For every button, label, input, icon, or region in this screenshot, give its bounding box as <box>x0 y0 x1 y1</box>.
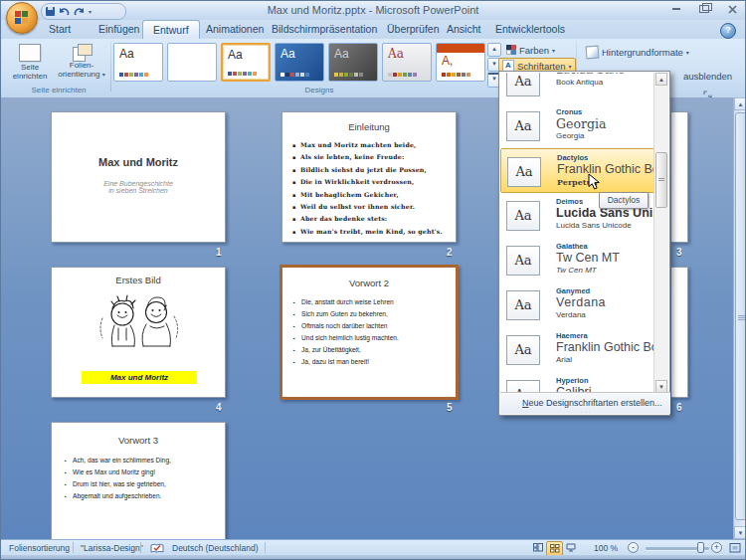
tab-entwicklertools[interactable]: Entwicklertools <box>485 20 575 38</box>
zoom-level-label[interactable]: 100 % <box>594 543 618 553</box>
slide4-title: Erstes Bild <box>52 275 225 285</box>
window-bottom-frame <box>1 555 745 560</box>
theme-thumbnail-1[interactable]: Aa <box>113 43 163 82</box>
status-separator <box>140 542 141 553</box>
slide-thumbnail-2[interactable]: Einleitung Max und Moritz machten beide,… <box>281 111 457 243</box>
font-theme-item[interactable]: Aa Haemera Franklin Gothic Bo... Arial <box>500 327 655 372</box>
tab-start[interactable]: Start <box>39 20 81 38</box>
fonts-scroll-up-button[interactable]: ▲ <box>655 73 667 86</box>
slide7-bullet: Abgemalt und aufgeschrieben. <box>65 490 221 502</box>
fonts-scrollbar-thumb[interactable] <box>655 152 667 208</box>
orientation-dropdown-icon: ▾ <box>102 72 105 78</box>
zoom-in-button[interactable]: + <box>711 542 722 553</box>
background-styles-button[interactable]: Hintergrundformate ▾ <box>583 45 692 59</box>
theme-colors-button[interactable]: Farben ▾ <box>503 43 558 57</box>
slide-thumbnail-6-partial[interactable] <box>671 267 688 398</box>
max-und-moritz-illustration <box>91 288 186 356</box>
font-preview-icon: Aa <box>507 157 541 187</box>
spellcheck-icon[interactable] <box>150 543 164 554</box>
language-status[interactable]: Deutsch (Deutschland) <box>172 543 258 553</box>
window-controls <box>669 4 739 14</box>
slide7-bullet-list: Ach, das war ein schlimmes Ding, Wie es … <box>65 455 221 502</box>
slide6-number: 6 <box>676 402 682 413</box>
ribbon-tab-strip: Start Einfügen Entwurf Animationen Bilds… <box>1 20 745 39</box>
quick-access-toolbar: ▾ <box>41 3 126 20</box>
font-theme-name: Dactylos <box>557 153 653 162</box>
slide5-title: Vorwort 2 <box>282 278 456 288</box>
font-minor-name: Book Antiqua <box>556 78 653 88</box>
slide2-bullet: Als sie lebten, keine Freude: <box>292 151 452 163</box>
font-theme-item[interactable]: Aa Lucida Sans Book Antiqua <box>500 73 655 103</box>
slide-thumbnail-1[interactable]: Max und Moritz Eine Bubengeschichte in s… <box>51 111 226 243</box>
theme-color-swatches <box>334 73 363 77</box>
hide-background-graphics-label[interactable]: ausblenden <box>683 71 732 82</box>
theme-preview-text: Aa <box>119 48 162 60</box>
group-label-designs: Designs <box>260 86 379 94</box>
theme-thumbnail-2[interactable] <box>167 43 217 82</box>
theme-thumbnail-6[interactable]: Aa <box>382 43 432 82</box>
slide-thumbnail-7[interactable]: Vorwort 3 Ach, das war ein schlimmes Din… <box>51 422 226 539</box>
slide-orientation-button[interactable]: Folien- orientierung ▾ <box>57 42 106 85</box>
workspace-scrollbar[interactable]: ▲ ▼ <box>733 97 746 539</box>
slide5-bullet: Ja, zur Übeltätigkeit, <box>293 344 452 356</box>
font-theme-item[interactable]: Aa Hyperion Calibri Constantia <box>500 372 655 393</box>
slide7-bullet: Ach, das war ein schlimmes Ding, <box>65 455 221 467</box>
slide5-bullet: Und sich heimlich lustig machten. <box>293 332 452 344</box>
slide2-bullet: Aber das bedenke stets: <box>292 213 452 225</box>
create-new-theme-fonts-item[interactable]: Neue Designschriftarten erstellen... · ·… <box>500 392 670 414</box>
restore-button[interactable] <box>697 4 711 14</box>
page-setup-button[interactable]: Seite einrichten <box>5 42 55 85</box>
zoom-out-button[interactable]: - <box>628 542 639 553</box>
scrollbar-up-button[interactable]: ▲ <box>734 97 746 110</box>
slide-thumbnail-4[interactable]: Erstes Bild Max und <box>51 267 226 398</box>
tab-einfuegen[interactable]: Einfügen <box>89 20 149 38</box>
font-minor-name: Perpetua <box>557 177 653 187</box>
redo-icon[interactable] <box>74 7 85 17</box>
theme-thumbnail-4[interactable]: Aa <box>275 43 324 82</box>
slideshow-view-button[interactable] <box>563 541 578 554</box>
footer-label: eue Designschriftarten erstellen... <box>529 398 662 408</box>
scrollbar-grip <box>738 315 745 316</box>
slide5-number: 5 <box>447 402 453 413</box>
view-mode-status[interactable]: Foliensortierung <box>9 543 70 553</box>
status-separator <box>265 542 266 553</box>
scrollbar-down-button[interactable]: ▼ <box>734 526 746 539</box>
theme-thumbnail-7[interactable]: A, <box>436 43 485 82</box>
tab-ansicht[interactable]: Ansicht <box>437 20 490 38</box>
scrollbar-thumb[interactable] <box>735 112 746 520</box>
design-name-status[interactable]: "Larissa-Design" <box>81 543 143 553</box>
theme-color-swatches <box>228 72 257 76</box>
font-theme-item[interactable]: Aa Galathea Tw Cen MT Tw Cen MT <box>500 238 655 282</box>
font-minor-name: Georgia <box>556 131 653 141</box>
tab-bildschirmpraesentation[interactable]: Bildschirmpräsentation <box>262 20 387 38</box>
normal-view-button[interactable] <box>530 541 545 554</box>
font-theme-item-highlighted[interactable]: Aa Dactylos Franklin Gothic Bo... Perpet… <box>500 148 655 193</box>
gallery-scroll-up-button[interactable]: ▲ <box>487 43 501 57</box>
tab-entwurf[interactable]: Entwurf <box>142 20 200 40</box>
qat-customize-icon[interactable]: ▾ <box>89 8 92 15</box>
theme-thumbnail-5[interactable]: Aa <box>328 43 378 82</box>
slide-thumbnail-5-selected[interactable]: Vorwort 2 Die, anstatt durch weise Lehre… <box>280 265 459 400</box>
font-theme-name: Hyperion <box>556 376 653 385</box>
fonts-dropdown-scrollbar[interactable]: ▲ ▼ <box>653 73 668 393</box>
slide1-title: Max und Moritz <box>52 156 225 168</box>
font-major-name: Georgia <box>556 116 653 131</box>
office-button[interactable] <box>6 2 38 34</box>
zoom-slider-thumb[interactable] <box>697 542 704 553</box>
slide-sorter-view-button[interactable] <box>546 541 563 556</box>
save-icon[interactable] <box>46 7 55 16</box>
theme-thumbnail-3-selected[interactable]: Aa <box>221 43 271 82</box>
font-preview-icon: Aa <box>506 73 540 96</box>
slide4-caption-banner: Max und Moritz <box>82 371 197 384</box>
fit-to-window-button[interactable] <box>729 542 741 554</box>
font-theme-item[interactable]: Aa Ganymed Verdana Verdana <box>500 282 655 327</box>
minimize-button[interactable] <box>669 4 683 14</box>
help-button[interactable]: ? <box>720 23 736 39</box>
close-button[interactable] <box>725 4 739 14</box>
background-dialog-launcher[interactable] <box>703 87 713 96</box>
font-theme-item[interactable]: Aa Cronus Georgia Georgia <box>500 103 655 148</box>
tooltip: Dactylos <box>599 192 649 209</box>
undo-icon[interactable] <box>59 7 70 17</box>
slide-thumbnail-3-partial[interactable] <box>671 111 688 243</box>
mouse-cursor <box>588 173 602 191</box>
